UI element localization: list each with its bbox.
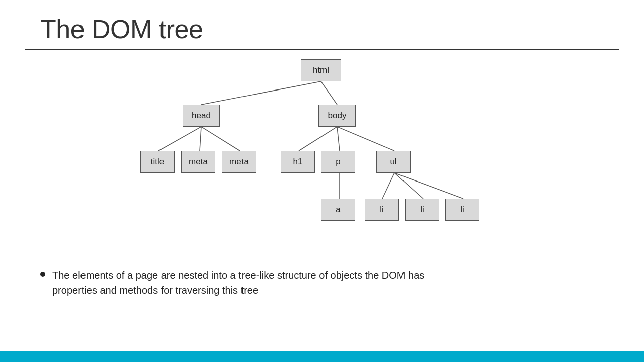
node-h1: h1 [281, 151, 315, 173]
svg-line-6 [337, 127, 340, 151]
svg-line-3 [200, 127, 201, 151]
node-p: p [321, 151, 355, 173]
svg-line-7 [337, 127, 394, 151]
node-li1: li [365, 199, 399, 221]
node-meta1: meta [181, 151, 215, 173]
content-area: html head body title meta meta h1 p [0, 50, 644, 362]
svg-line-2 [158, 127, 201, 151]
node-title: title [140, 151, 175, 173]
svg-line-11 [394, 173, 463, 199]
svg-line-9 [382, 173, 394, 199]
node-li3: li [445, 199, 479, 221]
bullet-text: The elements of a page are nested into a… [52, 267, 455, 298]
bottom-bar [0, 351, 644, 362]
node-head: head [183, 105, 220, 127]
bullet-item: The elements of a page are nested into a… [40, 267, 604, 298]
node-meta2: meta [222, 151, 256, 173]
node-html: html [301, 59, 341, 81]
bullet-dot [40, 272, 45, 277]
svg-line-0 [201, 81, 321, 105]
svg-line-1 [321, 81, 337, 105]
svg-line-5 [299, 127, 337, 151]
header-area: The DOM tree [0, 0, 644, 49]
slide: The DOM tree [0, 0, 644, 362]
svg-line-10 [394, 173, 423, 199]
bullet-section: The elements of a page are nested into a… [0, 261, 644, 298]
node-body: body [318, 105, 356, 127]
node-li2: li [405, 199, 439, 221]
svg-line-4 [201, 127, 240, 151]
node-ul: ul [376, 151, 411, 173]
node-a: a [321, 199, 355, 221]
slide-title: The DOM tree [40, 14, 604, 44]
tree-diagram: html head body title meta meta h1 p [0, 50, 644, 261]
